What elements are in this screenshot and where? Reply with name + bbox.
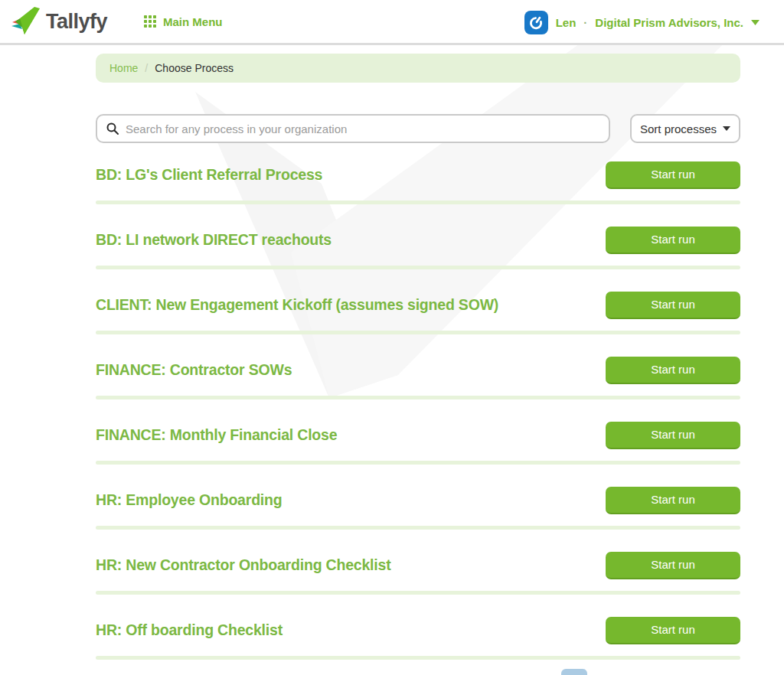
process-title-link[interactable]: HR: Off boarding Checklist: [96, 621, 283, 639]
process-row: HR: Off boarding Checklist Start run: [96, 606, 740, 671]
start-run-button[interactable]: Start run: [606, 422, 740, 449]
start-run-button[interactable]: Start run: [606, 357, 740, 384]
start-run-button[interactable]: Start run: [606, 292, 740, 319]
search-box: [96, 114, 610, 143]
tallyfy-checkmark-icon: [9, 5, 43, 38]
top-header: Tallyfy Main Menu: [0, 0, 784, 45]
start-run-button[interactable]: Start run: [606, 161, 740, 189]
tallyfy-logo[interactable]: Tallyfy: [9, 5, 107, 38]
process-title-link[interactable]: BD: LI network DIRECT reachouts: [96, 231, 332, 249]
process-title-link[interactable]: FINANCE: Monthly Financial Close: [96, 426, 337, 444]
breadcrumb-separator: /: [145, 62, 148, 74]
process-list: BD: LG's Client Referral Process Start r…: [96, 151, 740, 671]
user-name: Len: [556, 16, 577, 29]
main-menu-button[interactable]: Main Menu: [144, 15, 223, 28]
breadcrumb-home-link[interactable]: Home: [109, 62, 138, 74]
chevron-down-icon: [723, 126, 730, 131]
process-title-link[interactable]: HR: New Contractor Onboarding Checklist: [96, 556, 391, 574]
process-title-link[interactable]: FINANCE: Contractor SOWs: [96, 361, 292, 379]
start-run-button[interactable]: Start run: [606, 617, 740, 644]
start-run-button[interactable]: Start run: [606, 487, 740, 514]
row-divider: [96, 201, 740, 204]
process-title-link[interactable]: BD: LG's Client Referral Process: [96, 166, 322, 184]
chevron-down-icon: [751, 20, 760, 25]
process-row: BD: LI network DIRECT reachouts Start ru…: [96, 216, 740, 281]
process-title-link[interactable]: CLIENT: New Engagement Kickoff (assumes …: [96, 296, 498, 314]
sort-processes-button[interactable]: Sort processes: [630, 114, 740, 143]
process-row: FINANCE: Monthly Financial Close Start r…: [96, 411, 740, 476]
start-run-button[interactable]: Start run: [606, 227, 740, 254]
row-divider: [96, 396, 740, 399]
logo-text: Tallyfy: [46, 10, 107, 34]
search-icon: [106, 122, 119, 135]
main-content: Home / Choose Process Sort processes BD:…: [96, 54, 740, 671]
search-row: Sort processes: [96, 114, 740, 143]
process-row: FINANCE: Contractor SOWs Start run: [96, 346, 740, 411]
user-org-separator: ·: [583, 16, 587, 29]
chat-widget-peek[interactable]: [561, 669, 587, 675]
row-divider: [96, 266, 740, 269]
org-name: Digital Prism Advisors, Inc.: [595, 16, 743, 29]
start-run-button[interactable]: Start run: [606, 552, 740, 579]
breadcrumb-current: Choose Process: [155, 62, 234, 74]
main-menu-label: Main Menu: [163, 15, 223, 28]
row-divider: [96, 656, 740, 660]
sort-processes-label: Sort processes: [640, 122, 717, 135]
search-input[interactable]: [126, 122, 609, 135]
account-menu[interactable]: Len · Digital Prism Advisors, Inc.: [524, 0, 760, 45]
process-row: HR: New Contractor Onboarding Checklist …: [96, 541, 740, 606]
process-row: CLIENT: New Engagement Kickoff (assumes …: [96, 281, 740, 346]
process-row: HR: Employee Onboarding Start run: [96, 476, 740, 541]
process-title-link[interactable]: HR: Employee Onboarding: [96, 491, 283, 509]
row-divider: [96, 591, 740, 595]
row-divider: [96, 461, 740, 465]
process-row: BD: LG's Client Referral Process Start r…: [96, 151, 740, 216]
avatar: [524, 11, 548, 34]
breadcrumb: Home / Choose Process: [96, 54, 740, 83]
grid-icon: [144, 15, 156, 28]
row-divider: [96, 331, 740, 334]
row-divider: [96, 526, 740, 530]
